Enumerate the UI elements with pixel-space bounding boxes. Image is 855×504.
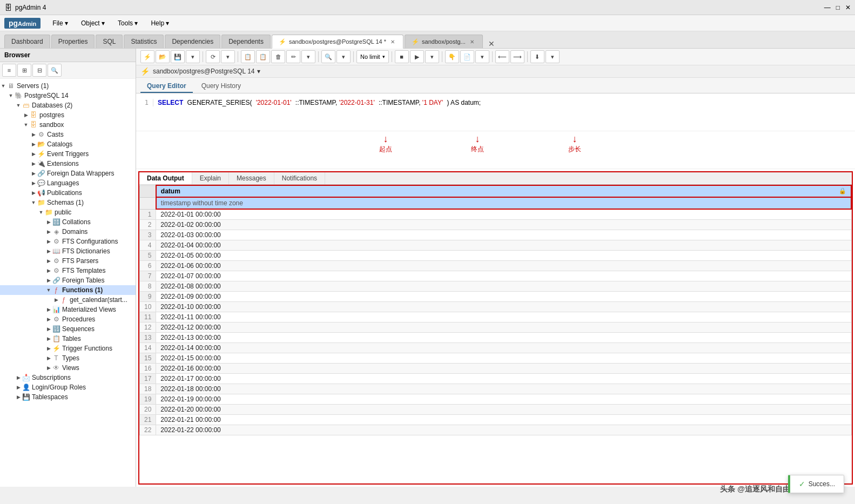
tree-toggle-public[interactable]: ▼ — [38, 209, 44, 216]
tree-toggle-functions[interactable]: ▼ — [45, 287, 52, 293]
browser-toolbar-collapse[interactable]: ⊟ — [32, 64, 46, 77]
table-row[interactable]: 222022-01-22 00:00:00 — [140, 425, 852, 435]
tree-toggle-matviews[interactable]: ▶ — [45, 306, 52, 313]
row-datum[interactable]: 2022-01-18 00:00:00 — [156, 384, 851, 394]
tree-toggle-tables[interactable]: ▶ — [45, 335, 52, 342]
qe-btn-execute[interactable]: ⚡ — [140, 50, 154, 63]
tree-toggle-databases[interactable]: ▼ — [15, 102, 22, 109]
tree-item-eventtriggers[interactable]: ▶⚡Event Triggers — [0, 149, 136, 159]
table-row[interactable]: 52022-01-05 00:00:00 — [140, 251, 852, 261]
row-datum[interactable]: 2022-01-01 00:00:00 — [156, 209, 851, 220]
tree-toggle-tablespaces[interactable]: ▶ — [15, 394, 22, 400]
qe-btn-edit-dd[interactable]: ▾ — [301, 50, 315, 63]
menu-object[interactable]: Object ▾ — [76, 17, 110, 29]
table-row[interactable]: 162022-01-16 00:00:00 — [140, 364, 852, 374]
row-datum[interactable]: 2022-01-22 00:00:00 — [156, 425, 851, 435]
results-tab-explain[interactable]: Explain — [192, 172, 229, 184]
tab-properties[interactable]: Properties — [51, 35, 95, 48]
tree-item-collations[interactable]: ▶🔠Collations — [0, 217, 136, 227]
tree-item-loginroles[interactable]: ▶👤Login/Group Roles — [0, 382, 136, 392]
table-row[interactable]: 32022-01-03 00:00:00 — [140, 230, 852, 240]
tree-toggle-postgres[interactable]: ▶ — [23, 112, 29, 118]
results-tab-notifications[interactable]: Notifications — [274, 172, 325, 184]
menu-tools[interactable]: Tools ▾ — [112, 17, 143, 29]
tree-toggle-casts[interactable]: ▶ — [30, 131, 37, 138]
limit-dropdown[interactable]: No limit ▾ — [356, 50, 389, 63]
qe-btn-explain-dd[interactable]: ▾ — [475, 50, 489, 63]
tree-toggle-loginroles[interactable]: ▶ — [15, 384, 22, 391]
table-row[interactable]: 182022-01-18 00:00:00 — [140, 384, 852, 394]
tree-toggle-collations[interactable]: ▶ — [45, 219, 52, 225]
row-datum[interactable]: 2022-01-04 00:00:00 — [156, 240, 851, 251]
row-datum[interactable]: 2022-01-12 00:00:00 — [156, 322, 851, 333]
qe-btn-save-dd[interactable]: ▾ — [186, 50, 200, 63]
tab-sandbox-q2[interactable]: ⚡ sandbox/postg... ✕ — [405, 35, 483, 48]
tab-sandbox-qe[interactable]: ⚡ sandbox/postgres@PostgreSQL 14 * ✕ — [272, 35, 403, 49]
tree-toggle-ftsparsers[interactable]: ▶ — [45, 258, 52, 264]
row-datum[interactable]: 2022-01-10 00:00:00 — [156, 302, 851, 312]
tab-query-history[interactable]: Query History — [195, 80, 247, 93]
tree-item-servers[interactable]: ▼🖥Servers (1) — [0, 81, 136, 91]
row-datum[interactable]: 2022-01-16 00:00:00 — [156, 364, 851, 374]
table-row[interactable]: 132022-01-13 00:00:00 — [140, 333, 852, 343]
tree-toggle-ftsdict[interactable]: ▶ — [45, 248, 52, 254]
tree-toggle-catalogs[interactable]: ▶ — [30, 141, 37, 147]
table-row[interactable]: 42022-01-04 00:00:00 — [140, 240, 852, 251]
row-datum[interactable]: 2022-01-19 00:00:00 — [156, 394, 851, 405]
tree-toggle-subscriptions[interactable]: ▶ — [15, 374, 22, 381]
row-datum[interactable]: 2022-01-17 00:00:00 — [156, 374, 851, 384]
tab-statistics[interactable]: Statistics — [124, 35, 164, 48]
close-button[interactable]: ✕ — [845, 4, 851, 11]
sql-code-1[interactable]: SELECT GENERATE_SERIES( '2022-01-01' ::T… — [158, 99, 481, 106]
tree-toggle-views[interactable]: ▶ — [45, 365, 52, 371]
tree-toggle-publications[interactable]: ▶ — [30, 190, 37, 196]
results-table[interactable]: datum 🔒 timestamp without time zone 1202… — [139, 185, 852, 483]
tree-toggle-eventtriggers[interactable]: ▶ — [30, 151, 37, 157]
qe-btn-next[interactable]: ⟶ — [510, 50, 524, 63]
tree-toggle-types[interactable]: ▶ — [45, 355, 52, 361]
table-row[interactable]: 82022-01-08 00:00:00 — [140, 281, 852, 292]
tab-dashboard[interactable]: Dashboard — [4, 35, 50, 48]
table-row[interactable]: 142022-01-14 00:00:00 — [140, 343, 852, 353]
tab-dependents[interactable]: Dependents — [221, 35, 271, 48]
tree-item-fdw[interactable]: ▶🔗Foreign Data Wrappers — [0, 169, 136, 178]
tree-item-domains[interactable]: ▶◈Domains — [0, 227, 136, 237]
table-row[interactable]: 172022-01-17 00:00:00 — [140, 374, 852, 384]
tree-item-postgres[interactable]: ▶🗄postgres — [0, 110, 136, 120]
menu-file[interactable]: File ▾ — [47, 17, 73, 29]
table-row[interactable]: 112022-01-11 00:00:00 — [140, 312, 852, 322]
tab-dependencies[interactable]: Dependencies — [165, 35, 220, 48]
row-datum[interactable]: 2022-01-09 00:00:00 — [156, 292, 851, 302]
row-datum[interactable]: 2022-01-02 00:00:00 — [156, 220, 851, 230]
tree-item-getcalendar[interactable]: ▶ƒget_calendar(start... — [0, 295, 136, 305]
table-row[interactable]: 122022-01-12 00:00:00 — [140, 322, 852, 333]
browser-toolbar-list[interactable]: ⊞ — [17, 64, 31, 77]
results-tab-data-output[interactable]: Data Output — [139, 172, 192, 184]
row-datum[interactable]: 2022-01-05 00:00:00 — [156, 251, 851, 261]
table-row[interactable]: 22022-01-02 00:00:00 — [140, 220, 852, 230]
tree-item-ftsparsers[interactable]: ▶⚙FTS Parsers — [0, 256, 136, 266]
row-datum[interactable]: 2022-01-07 00:00:00 — [156, 271, 851, 281]
tree-toggle-servers[interactable]: ▼ — [0, 83, 6, 89]
col-header-datum[interactable]: datum 🔒 — [156, 185, 851, 197]
tree-toggle-procedures[interactable]: ▶ — [45, 316, 52, 322]
tree-item-public[interactable]: ▼📁public — [0, 207, 136, 217]
tree-toggle-sequences[interactable]: ▶ — [45, 326, 52, 332]
menu-help[interactable]: Help ▾ — [145, 17, 174, 29]
tree-item-matviews[interactable]: ▶📊Materialized Views — [0, 305, 136, 314]
tree-toggle-triggerfunctions[interactable]: ▶ — [45, 345, 52, 352]
tree-item-schemas[interactable]: ▼📁Schemas (1) — [0, 198, 136, 207]
tree-item-databases[interactable]: ▼🗃Databases (2) — [0, 100, 136, 110]
tree-item-views[interactable]: ▶👁Views — [0, 363, 136, 373]
qe-btn-edit[interactable]: ✏ — [286, 50, 300, 63]
tree-item-languages[interactable]: ▶💬Languages — [0, 178, 136, 188]
table-row[interactable]: 62022-01-06 00:00:00 — [140, 261, 852, 271]
row-datum[interactable]: 2022-01-15 00:00:00 — [156, 353, 851, 364]
row-datum[interactable]: 2022-01-03 00:00:00 — [156, 230, 851, 240]
qe-btn-run-dd[interactable]: ▾ — [425, 50, 439, 63]
tab-close-all[interactable]: ✕ — [486, 39, 497, 48]
tree-toggle-sandbox[interactable]: ▼ — [23, 122, 29, 128]
table-row[interactable]: 92022-01-09 00:00:00 — [140, 292, 852, 302]
row-datum[interactable]: 2022-01-06 00:00:00 — [156, 261, 851, 271]
row-datum[interactable]: 2022-01-14 00:00:00 — [156, 343, 851, 353]
